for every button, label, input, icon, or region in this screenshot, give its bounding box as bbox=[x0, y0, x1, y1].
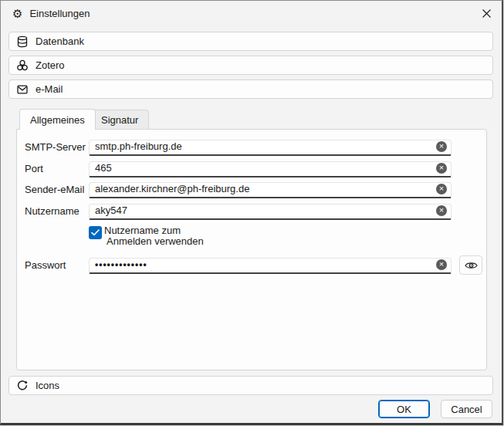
cancel-button[interactable]: Cancel bbox=[441, 400, 492, 418]
show-password-button[interactable] bbox=[459, 255, 482, 275]
smtp-server-input[interactable] bbox=[89, 140, 452, 156]
dialog-title: Einstellungen bbox=[29, 8, 90, 19]
clear-icon[interactable]: × bbox=[436, 184, 447, 194]
sender-email-input[interactable] bbox=[89, 182, 452, 198]
section-header-email[interactable]: e-Mail bbox=[8, 79, 493, 99]
use-username-checkbox-label[interactable]: Nutzername zum Anmelden verwenden bbox=[104, 225, 204, 247]
clear-icon[interactable]: × bbox=[436, 259, 447, 270]
tab-label: Signatur bbox=[101, 114, 138, 126]
section-header-zotero[interactable]: Zotero bbox=[8, 56, 493, 75]
mail-icon bbox=[16, 83, 29, 96]
sender-email-label: Sender-eMail bbox=[25, 181, 84, 198]
settings-dialog: ⚙ Einstellungen Datenbank Zotero e-Mail bbox=[0, 0, 503, 425]
cancel-button-label: Cancel bbox=[451, 404, 482, 415]
username-field-wrap: × bbox=[89, 203, 452, 219]
section-label: e-Mail bbox=[36, 83, 63, 95]
port-input[interactable] bbox=[89, 161, 452, 178]
database-icon bbox=[16, 36, 29, 48]
clear-icon[interactable]: × bbox=[436, 163, 447, 174]
password-field-wrap: × bbox=[89, 257, 452, 273]
section-label: Icons bbox=[36, 380, 59, 391]
port-field-wrap: × bbox=[89, 161, 452, 177]
title-bar: ⚙ Einstellungen bbox=[1, 1, 502, 25]
email-settings-panel: SMTP-Server × Port × Sender-eMail × Nutz… bbox=[16, 129, 487, 370]
eye-icon bbox=[465, 261, 478, 270]
gear-icon: ⚙ bbox=[12, 8, 22, 19]
ok-button-label: OK bbox=[397, 404, 411, 415]
password-input[interactable] bbox=[89, 258, 452, 274]
sender-email-field-wrap: × bbox=[89, 181, 452, 198]
tab-label: Allgemeines bbox=[30, 114, 85, 126]
username-label: Nutzername bbox=[25, 203, 79, 219]
tab-allgemeines[interactable]: Allgemeines bbox=[19, 109, 96, 130]
section-header-icons[interactable]: Icons bbox=[8, 376, 493, 395]
section-header-datenbank[interactable]: Datenbank bbox=[8, 32, 493, 51]
smtp-server-field-wrap: × bbox=[89, 139, 452, 155]
tab-signatur[interactable]: Signatur bbox=[90, 110, 149, 130]
use-username-checkbox[interactable] bbox=[89, 226, 102, 239]
clear-icon[interactable]: × bbox=[436, 141, 447, 152]
clear-icon[interactable]: × bbox=[436, 205, 447, 216]
refresh-icon bbox=[16, 380, 29, 392]
close-button[interactable] bbox=[477, 5, 496, 22]
smtp-server-label: SMTP-Server bbox=[25, 139, 86, 155]
username-input[interactable] bbox=[89, 204, 452, 220]
port-label: Port bbox=[25, 161, 43, 177]
password-label: Passwort bbox=[25, 257, 66, 273]
ok-button[interactable]: OK bbox=[378, 400, 430, 418]
zotero-icon bbox=[16, 59, 29, 72]
close-icon bbox=[482, 8, 492, 19]
checkmark-icon bbox=[91, 229, 100, 236]
section-label: Datenbank bbox=[36, 36, 84, 47]
section-label: Zotero bbox=[36, 59, 65, 71]
